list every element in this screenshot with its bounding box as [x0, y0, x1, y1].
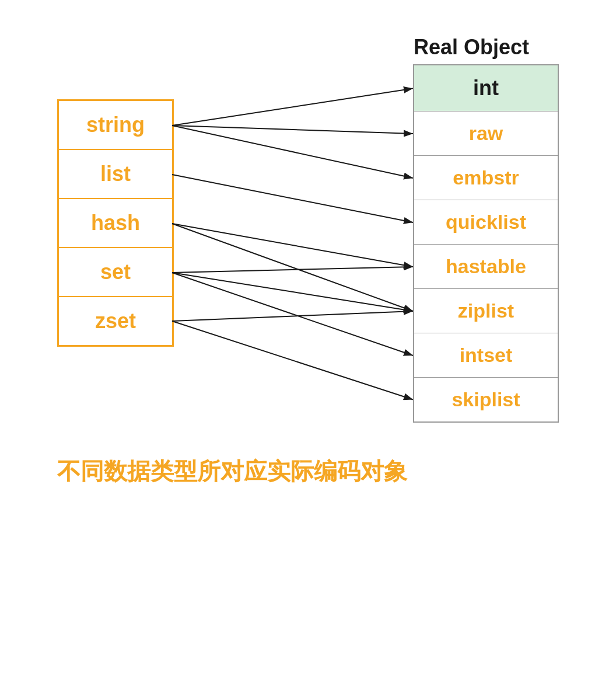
left-cell-zset: zset [59, 297, 172, 345]
left-cell-string: string [59, 101, 172, 150]
right-cell-embstr: embstr [414, 156, 558, 200]
left-cell-hash: hash [59, 199, 172, 248]
arrow-space [174, 64, 413, 426]
right-cell-hastable: hastable [414, 245, 558, 289]
real-object-title: Real Object [396, 35, 547, 60]
right-cell-ziplist: ziplist [414, 289, 558, 333]
left-cell-set: set [59, 248, 172, 297]
header-area: Real Object [57, 35, 559, 60]
right-header-int: int [414, 65, 558, 111]
right-cell-intset: intset [414, 333, 558, 378]
footer-text: 不同数据类型所对应实际编码对象 [57, 455, 559, 487]
right-cell-quicklist: quicklist [414, 200, 558, 245]
left-table: string list hash set zset [57, 99, 174, 347]
right-cell-raw: raw [414, 111, 558, 156]
page-container: Real Object string list hash set zset in… [0, 18, 616, 676]
right-cell-skiplist: skiplist [414, 378, 558, 421]
diagram-wrapper: string list hash set zset int raw embstr… [57, 64, 559, 426]
right-table: int raw embstr quicklist hastable ziplis… [413, 64, 559, 423]
left-cell-list: list [59, 150, 172, 199]
